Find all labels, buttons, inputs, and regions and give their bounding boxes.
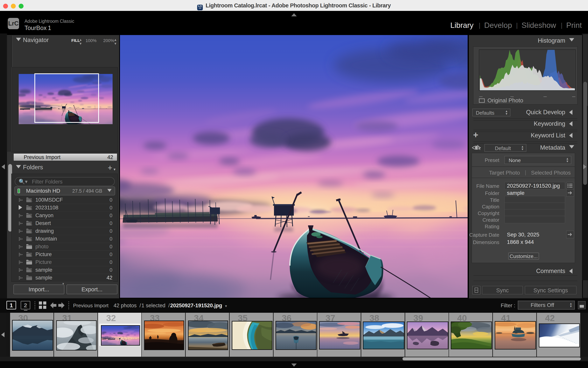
svg-text:?: ? — [30, 230, 33, 234]
svg-text:?: ? — [30, 269, 33, 273]
svg-text:?: ? — [30, 222, 33, 226]
svg-text:?: ? — [30, 199, 33, 203]
svg-text:?: ? — [30, 207, 33, 211]
svg-text:?: ? — [30, 253, 33, 257]
svg-text:?: ? — [30, 238, 33, 242]
svg-text:?: ? — [30, 214, 33, 218]
